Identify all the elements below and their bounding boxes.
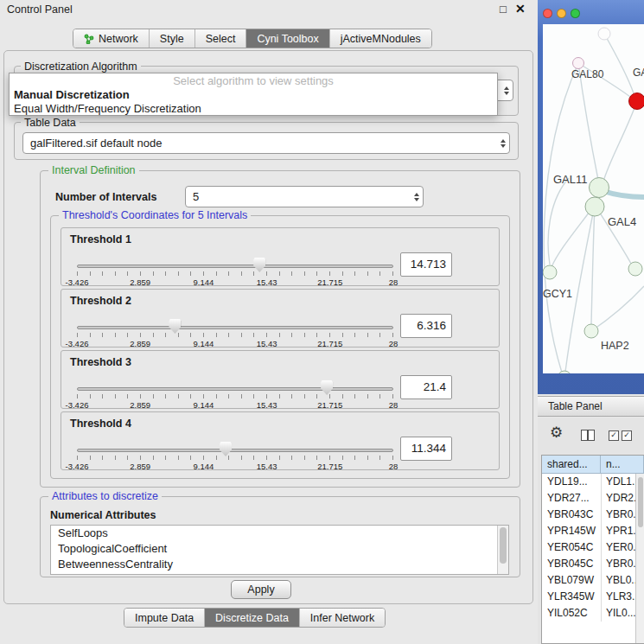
numerical-attributes-label: Numerical Attributes [50, 509, 156, 521]
table-row[interactable]: YPR145WYPR1... [542, 523, 635, 539]
bottom-tabs: Impute Data Discretize Data Infer Networ… [124, 608, 386, 628]
scrollbar-thumb[interactable] [638, 477, 643, 527]
slider-handle[interactable] [253, 258, 265, 272]
slider-track[interactable] [77, 265, 393, 268]
table-row[interactable]: YDR27...YDR2... [542, 490, 635, 507]
table-cell[interactable]: YLR3... [601, 589, 635, 605]
number-of-intervals-combobox[interactable]: 5 [185, 186, 424, 207]
tab-style[interactable]: Style [149, 29, 194, 48]
slider-scale-label: 28 [389, 277, 399, 287]
tab-network[interactable]: Network [73, 29, 149, 48]
table-cell[interactable]: YPR1... [601, 523, 635, 539]
threshold-1-label: Threshold 1 [70, 233, 131, 245]
table-cell[interactable]: YDL19... [542, 474, 601, 490]
table-cell[interactable]: YBR043C [542, 507, 601, 523]
zoom-traffic-light-icon[interactable] [571, 9, 580, 18]
popup-option-manual-discretization[interactable]: Manual Discretization [10, 88, 497, 102]
slider-handle[interactable] [220, 442, 232, 456]
table-row[interactable]: YBL079WYBL0... [542, 572, 635, 589]
threshold-3-value-field[interactable]: 21.4 [400, 375, 452, 399]
slider-scale-labels: -3.4262.8599.14415.4321.71528 [77, 462, 393, 471]
columns-icon[interactable] [581, 430, 595, 441]
slider-track[interactable] [77, 449, 393, 452]
threshold-4-value-field[interactable]: 11.344 [400, 437, 452, 461]
node-gal80[interactable] [573, 58, 584, 69]
table-data-combobox[interactable]: galFiltered.sif default node [22, 132, 510, 154]
node-selected-red[interactable] [629, 93, 644, 110]
table-cell[interactable]: YBL079W [542, 572, 601, 589]
threshold-2-slider[interactable]: -3.4262.8599.14415.4321.71528 [77, 314, 393, 348]
tab-jactivemnodules[interactable]: jActiveMNodules [329, 29, 431, 48]
node-gal11[interactable] [590, 178, 609, 198]
slider-scale-label: 9.144 [194, 339, 214, 348]
slider-scale-label: 9.144 [194, 277, 214, 287]
slider-scale-label: -3.426 [66, 462, 89, 471]
attribute-list-item[interactable]: TopologicalCoefficient [51, 541, 508, 557]
tab-select[interactable]: Select [194, 29, 246, 48]
minimize-traffic-light-icon[interactable] [557, 9, 566, 18]
algorithm-dropdown-popup: Select algorithm to view settings Manual… [9, 73, 498, 116]
threshold-3-panel: Threshold 3 -3.4262.8599.14415.4321.7152… [61, 350, 500, 409]
select-rows-checkbox-icon[interactable]: ✓ [622, 430, 632, 441]
slider-handle[interactable] [321, 380, 333, 395]
table-row[interactable]: YBR045CYBR0... [542, 556, 635, 572]
slider-track[interactable] [77, 387, 393, 391]
table-scrollbar[interactable] [635, 474, 644, 643]
column-header-shared-name[interactable]: shared... [542, 456, 601, 474]
node-hap2[interactable] [584, 324, 598, 338]
node-unlabeled[interactable] [558, 371, 571, 373]
node-gcy1[interactable] [543, 265, 557, 279]
threshold-1-slider[interactable]: -3.4262.8599.14415.4321.71528 [77, 252, 393, 287]
slider-scale-label: -3.426 [66, 400, 89, 410]
attribute-list-item[interactable]: SelfLoops [51, 526, 508, 541]
numerical-attributes-list[interactable]: SelfLoopsTopologicalCoefficientBetweenne… [50, 525, 509, 575]
threshold-3-slider[interactable]: -3.4262.8599.14415.4321.71528 [77, 375, 393, 410]
network-canvas[interactable]: GAL80 GA GAL11 GAL4 GCY1 HAP2 [543, 24, 644, 373]
slider-handle[interactable] [169, 319, 181, 334]
attribute-list-item[interactable]: BetweennessCentrality [51, 557, 508, 572]
close-icon[interactable]: ✕ [515, 2, 526, 16]
combo-stepper-icon [501, 139, 506, 148]
node-unlabeled[interactable] [628, 262, 642, 276]
node-label-gcy1: GCY1 [543, 288, 572, 300]
table-cell[interactable]: YBR0... [601, 507, 635, 523]
scrollbar-thumb[interactable] [500, 527, 507, 564]
table-cell[interactable]: YBR0... [601, 556, 635, 572]
table-cell[interactable]: YER0... [601, 539, 635, 556]
threshold-2-label: Threshold 2 [70, 295, 131, 307]
node-gal4[interactable] [585, 197, 604, 216]
table-cell[interactable]: YDR2... [601, 490, 635, 507]
table-row[interactable]: YBR043CYBR0... [542, 507, 635, 523]
tab-impute-data[interactable]: Impute Data [124, 609, 204, 627]
table-cell[interactable]: YDR27... [542, 490, 601, 507]
table-cell[interactable]: YBR045C [542, 556, 601, 572]
table-row[interactable]: YLR345WYLR3... [542, 589, 635, 605]
table-row[interactable]: YDL19...YDL1... [542, 474, 635, 490]
table-cell[interactable]: YIL0... [601, 605, 635, 622]
tab-cyni-toolbox[interactable]: Cyni Toolbox [245, 29, 328, 48]
column-header-name[interactable]: n... [601, 456, 644, 474]
table-cell[interactable]: YER054C [542, 539, 601, 556]
list-scrollbar[interactable] [497, 526, 508, 574]
popup-option-equal-width-frequency[interactable]: Equal Width/Frequency Discretization [10, 102, 497, 116]
select-columns-checkbox-icon[interactable]: ✓ [609, 430, 619, 441]
gear-icon[interactable]: ⚙ [550, 424, 563, 442]
tab-discretize-data[interactable]: Discretize Data [204, 609, 299, 627]
slider-scale-label: 15.43 [257, 339, 277, 348]
table-row[interactable]: YIL052CYIL0... [542, 605, 635, 622]
table-cell[interactable]: YPR145W [542, 523, 601, 539]
tab-infer-network[interactable]: Infer Network [299, 609, 385, 627]
table-row[interactable]: YER054CYER0... [542, 539, 635, 556]
slider-track[interactable] [77, 326, 393, 329]
table-cell[interactable]: YIL052C [542, 605, 601, 622]
threshold-4-slider[interactable]: -3.4262.8599.14415.4321.71528 [77, 437, 393, 471]
threshold-1-value-field[interactable]: 14.713 [400, 252, 452, 277]
apply-button[interactable]: Apply [231, 580, 291, 599]
table-cell[interactable]: YLR345W [542, 589, 601, 605]
threshold-2-value-field[interactable]: 6.316 [400, 314, 452, 338]
close-traffic-light-icon[interactable] [543, 9, 552, 18]
node-unlabeled[interactable] [598, 28, 610, 40]
table-cell[interactable]: YBL0... [601, 572, 635, 589]
float-window-icon[interactable]: □ [500, 3, 507, 16]
table-cell[interactable]: YDL1... [601, 474, 635, 490]
